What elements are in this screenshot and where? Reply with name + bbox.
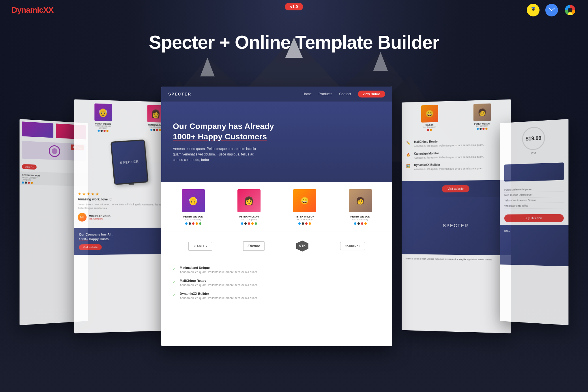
pricing-feature-4: Vehicula Purus Tellus [504, 203, 564, 209]
view-btn-mini[interactable]: View P... [22, 164, 37, 170]
feature-desc-3: Aenean eu leo quam. Pellentesque ornare … [180, 296, 258, 300]
email-icon[interactable] [545, 4, 558, 16]
brand-etienne: Etienne [243, 241, 265, 251]
feature-text-3: DynamicXX Builder Aenean eu leo quam. Pe… [180, 292, 258, 300]
avatar-pink-2: 👩 [237, 189, 261, 212]
left-avatar-1: 👴 [94, 104, 112, 121]
member-company-2: Inc. Company [224, 218, 274, 221]
member-social-2 [224, 222, 274, 225]
logos-section: STANLEY Etienne NTK NACIONAL [161, 232, 392, 260]
right-visit-section: Visit website [402, 180, 511, 197]
avatar-orange-3: 😄 [293, 189, 316, 212]
right-feature-desc-2: Aenean eu leo quam. Pellentesque ornare … [414, 155, 484, 160]
main-title-section: Specter + Online Template Builder [149, 32, 439, 53]
fire-icon: 🔥 [406, 153, 412, 158]
feature-desc-2: Aenean eu leo quam. Pellentesque ornare … [180, 283, 258, 287]
right-bottom-text: ullam id dolor id nibh ultrices nulla no… [402, 254, 511, 264]
svg-rect-14 [532, 7, 534, 8]
svg-point-18 [568, 8, 572, 12]
right-avatar-1: 😄 [421, 105, 438, 123]
team-section: 👴 PETER WILSON Inc. Company 👩 PETER WILS… [161, 182, 392, 232]
right-feature-desc-1: Aenean eu leo quam. Pellentesque ornare … [414, 143, 484, 148]
feature-desc-1: Aenean eu leo quam. Pellentesque ornare … [180, 270, 258, 274]
tablet-mockup: SPECTER [111, 139, 149, 185]
right-feature-1: ✏️ MailChimp Ready Aenean eu leo quam. P… [406, 139, 506, 148]
member-name-3: PETER WILSON [280, 215, 329, 218]
device-label: SPECTER [443, 223, 469, 228]
card-center: SPECTER Home Products Contact View Onlin… [161, 87, 392, 346]
pricing-features: Purus Malesuada Ipsum Nibh Cursus Ullamc… [500, 183, 569, 212]
avatar-purple: 👴 [94, 104, 112, 121]
team-avatar-4: 🧑 [349, 189, 372, 212]
right-feature-desc-3: Aenean eu leo quam. Pellentesque ornare … [414, 167, 484, 171]
specter-logo: SPECTER [168, 92, 297, 96]
nav-cta[interactable]: View Online [358, 91, 385, 97]
buy-button[interactable]: Buy This Now [504, 214, 564, 222]
page-title: Specter + Online Template Builder [149, 32, 439, 53]
reviewer-name: MICHELLE JONG [89, 215, 111, 217]
version-badge: v1.0 [285, 3, 303, 10]
logo-prefix: Dynamic [12, 5, 43, 14]
nav-products[interactable]: Products [319, 92, 332, 96]
member-name-2: PETER WILSON [224, 215, 274, 218]
right-feature-2: 🔥 Campaign Monitor Aenean eu leo quam. P… [406, 151, 506, 160]
pencil-icon: ✏️ [406, 141, 412, 147]
member-name-1: PETER WILSON [168, 215, 218, 218]
member-company-4: Inc. Company [335, 218, 385, 221]
left-social-1 [78, 129, 128, 132]
reviewer-company: Inc. Company [89, 217, 111, 220]
visit-button[interactable]: Visit website [79, 244, 102, 250]
team-member-4: 🧑 PETER WILSON Inc. Company [335, 189, 385, 225]
image-icon: 🖼️ [406, 164, 412, 170]
nav-contact[interactable]: Contact [339, 92, 351, 96]
right-device-section: SPECTER [402, 197, 511, 255]
right-member-1: 😄 WILSON Inc. Company [405, 104, 454, 132]
feature-title-1: Minimal and Unique [180, 266, 258, 269]
hero-highlight: 1000+ Happy Customers [173, 132, 267, 141]
header: DynamicXX v1.0 [0, 0, 588, 20]
brand-ntk: NTK [295, 241, 310, 252]
feature-text-2: MailChimp Ready Aenean eu leo quam. Pell… [180, 279, 258, 287]
avatar-purple-1: 👴 [182, 189, 205, 212]
nav-links: Home Products Contact View Online [302, 91, 385, 97]
price-period: P/M [505, 151, 563, 156]
brand-nacional: NACIONAL [340, 242, 365, 250]
member-social-4 [335, 222, 385, 225]
team-avatar-1: 👴 [182, 189, 205, 212]
feature-1: ✓ Minimal and Unique Aenean eu leo quam.… [173, 266, 381, 274]
hero-text: Aenean eu leo quam. Pellentesque ornare … [173, 146, 259, 163]
right-feature-title-1: MailChimp Ready [414, 139, 484, 144]
right-features: ✏️ MailChimp Ready Aenean eu leo quam. P… [402, 133, 511, 181]
thumb-purple [22, 121, 53, 138]
feature-text-1: Minimal and Unique Aenean eu leo quam. P… [180, 266, 258, 274]
pricing-footer-banner: ER... [500, 225, 569, 266]
right-feature-title-2: Campaign Monitor [414, 151, 484, 155]
right-team-section: 😄 WILSON Inc. Company 🧑 PETER WILSON Inc… [402, 99, 511, 135]
avatar-tan-r2: 🧑 [473, 104, 491, 121]
member-company-3: Inc. Company [280, 218, 329, 221]
svg-point-12 [532, 8, 533, 9]
hero-title: Our Company has Already 1000+ Happy Cust… [173, 121, 381, 142]
nav-home[interactable]: Home [302, 92, 312, 96]
pricing-box [504, 162, 564, 181]
center-hero: Our Company has Already 1000+ Happy Cust… [161, 102, 392, 182]
feature-2: ✓ MailChimp Ready Aenean eu leo quam. Pe… [173, 279, 381, 287]
svg-point-13 [534, 8, 534, 9]
logo-suffix: XX [43, 5, 53, 14]
mailchimp-icon[interactable] [527, 4, 540, 16]
team-member-1: 👴 PETER WILSON Inc. Company [168, 189, 218, 225]
reviewer-avatar: MJ [78, 213, 87, 222]
right-visit-btn[interactable]: Visit website [442, 185, 469, 192]
price-circle: $19.99 [522, 126, 545, 151]
colorwheel-icon[interactable] [564, 4, 576, 16]
previews-container: 45 m... View P... PETER WILSON Wilson Co… [20, 87, 568, 375]
pricing-section: $19.99 P/M [500, 119, 569, 162]
left-member-1: 👴 PETER WILSON Wilson Company Company [78, 103, 128, 132]
right-feature-title-3: DynamicXX Builder [414, 163, 484, 167]
feature-title-2: MailChimp Ready [180, 279, 258, 282]
feature-3: ✓ DynamicXX Builder Aenean eu leo quam. … [173, 292, 381, 300]
far-right-content: $19.99 P/M Purus Malesuada Ipsum Nibh Cu… [500, 119, 569, 325]
feature-title-3: DynamicXX Builder [180, 292, 258, 295]
check-icon-3: ✓ [173, 292, 176, 297]
avatar-tan-4: 🧑 [349, 189, 372, 212]
